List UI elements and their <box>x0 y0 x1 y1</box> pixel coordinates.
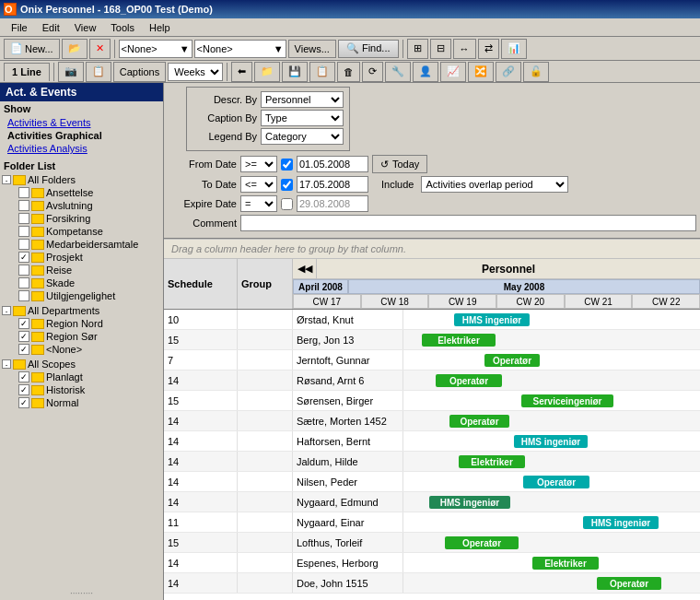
gantt-bar[interactable]: Operatør <box>449 415 509 428</box>
menu-tools[interactable]: Tools <box>103 20 142 35</box>
gantt-bar[interactable]: Elektriker <box>459 455 525 468</box>
table-row[interactable]: 14Nygaard, EdmundHMS ingeniør <box>164 492 700 512</box>
today-button[interactable]: ↺ Today <box>372 155 427 173</box>
expand-departments[interactable]: - <box>2 306 11 315</box>
nav-left[interactable]: ◀◀ <box>293 259 317 278</box>
tree-all-folders[interactable]: - All Folders <box>0 173 163 186</box>
tree-folder-forsikring[interactable]: Forsikring <box>0 212 163 225</box>
tb2-icon-6[interactable]: 📋 <box>309 62 335 82</box>
tree-folder-skade[interactable]: Skade <box>0 276 163 289</box>
tree-folder-kompetanse[interactable]: Kompetanse <box>0 225 163 238</box>
link-activities-analysis[interactable]: Activities Analysis <box>0 142 163 155</box>
tree-folder-utilgjengelighet[interactable]: Utilgjengelighet <box>0 289 163 302</box>
tree-dept-regionnord[interactable]: Region Nord <box>0 317 163 330</box>
checkbox-dept-<None>[interactable] <box>18 344 29 355</box>
from-date-op[interactable]: >= <box>240 156 277 172</box>
gantt-bar[interactable]: Operatør <box>597 577 661 590</box>
tb2-icon-9[interactable]: 🔧 <box>385 62 411 82</box>
gantt-bar[interactable]: Operatør <box>436 374 502 387</box>
tree-folder-avslutning[interactable]: Avslutning <box>0 199 163 212</box>
checkbox-Ansettelse[interactable] <box>18 187 29 198</box>
comment-input[interactable] <box>240 215 696 231</box>
table-row[interactable]: 15Berg, Jon 13Elektriker <box>164 330 700 350</box>
table-row[interactable]: 10Ørstad, KnutHMS ingeniør <box>164 310 700 330</box>
to-date-op[interactable]: <= <box>240 176 277 193</box>
checkbox-Forsikring[interactable] <box>18 213 29 224</box>
tree-scope-historisk[interactable]: Historisk <box>0 383 163 396</box>
gantt-bar[interactable]: HMS ingeniør <box>454 313 530 326</box>
tab-1line[interactable]: 1 Line <box>4 63 50 81</box>
tree-dept-regionsør[interactable]: Region Sør <box>0 330 163 343</box>
none-combo-2[interactable]: <None> ▼ <box>194 40 286 58</box>
expire-date-checkbox[interactable] <box>281 198 293 210</box>
tb2-icon-4[interactable]: 📁 <box>254 62 280 82</box>
from-date-input[interactable]: 01.05.2008 <box>297 156 368 172</box>
gantt-bar[interactable]: Operatør <box>484 354 540 367</box>
none-combo-1[interactable]: <None> ▼ <box>119 40 192 58</box>
icon-btn-3[interactable]: ↔ <box>453 39 476 59</box>
table-row[interactable]: 15Sørensen, BirgerServiceingeniør <box>164 391 700 411</box>
tree-scope-normal[interactable]: Normal <box>0 396 163 409</box>
gantt-bar[interactable]: Operatør <box>445 536 519 549</box>
icon-btn-5[interactable]: 📊 <box>501 39 527 59</box>
tree-folder-medarbeidersamtale[interactable]: Medarbeidersamtale <box>0 238 163 251</box>
tb2-icon-2[interactable]: 📋 <box>86 62 111 82</box>
legend-by-select[interactable]: Category <box>261 128 344 145</box>
tb2-icon-7[interactable]: 🗑 <box>337 62 360 82</box>
gantt-bar[interactable]: Elektriker <box>422 334 496 347</box>
col-group[interactable]: Group <box>238 259 293 309</box>
expire-date-input[interactable]: 29.08.2008 <box>297 195 368 212</box>
to-date-input[interactable]: 17.05.2008 <box>297 176 368 193</box>
table-row[interactable]: 7Jerntoft, GunnarOperatør <box>164 350 700 371</box>
tree-scope-planlagt[interactable]: Planlagt <box>0 371 163 383</box>
weeks-select[interactable]: Weeks <box>168 63 223 81</box>
table-row[interactable]: 14Sætre, Morten 1452Operatør <box>164 411 700 431</box>
tree-folder-ansettelse[interactable]: Ansettelse <box>0 186 163 199</box>
checkbox-Skade[interactable] <box>18 277 29 288</box>
checkbox-scope-Historisk[interactable] <box>18 384 29 395</box>
tree-dept-none[interactable]: <None> <box>0 343 163 356</box>
gantt-bar[interactable]: HMS ingeniør <box>514 435 588 448</box>
link-activities-events[interactable]: Activities & Events <box>0 116 163 129</box>
link-activities-graphical[interactable]: Activities Graphical <box>0 129 163 142</box>
tree-folder-reise[interactable]: Reise <box>0 264 163 276</box>
tb2-icon-5[interactable]: 💾 <box>282 62 308 82</box>
from-date-checkbox[interactable] <box>281 159 293 171</box>
open-button[interactable]: 📂 <box>62 39 88 59</box>
to-date-checkbox[interactable] <box>281 179 293 191</box>
tb2-icon-3[interactable]: ⬅ <box>231 62 252 82</box>
new-button[interactable]: 📄 New... <box>4 39 60 59</box>
tb2-icon-13[interactable]: 🔗 <box>496 62 521 82</box>
checkbox-Reise[interactable] <box>18 265 29 276</box>
tb2-icon-11[interactable]: 📈 <box>440 62 466 82</box>
tb2-icon-1[interactable]: 📷 <box>58 62 84 82</box>
expire-date-op[interactable]: = <box>240 195 277 212</box>
include-select[interactable]: Activities overlap period All activities… <box>421 176 568 193</box>
expand-all-folders[interactable]: - <box>2 175 11 184</box>
gantt-bar[interactable]: HMS ingeniør <box>429 496 510 509</box>
gantt-bar[interactable]: Serviceingeniør <box>521 394 613 407</box>
menu-view[interactable]: View <box>67 20 104 35</box>
checkbox-scope-Normal[interactable] <box>18 397 29 408</box>
expand-scopes[interactable]: - <box>2 359 11 369</box>
checkbox-Utilgjengelighet[interactable] <box>18 290 29 301</box>
gantt-bar[interactable]: Elektriker <box>532 557 599 570</box>
find-button[interactable]: 🔍 Find... <box>338 40 399 58</box>
checkbox-Kompetanse[interactable] <box>18 226 29 237</box>
table-row[interactable]: 14Nilsen, PederOperatør <box>164 472 700 492</box>
tree-all-scopes[interactable]: - All Scopes <box>0 358 163 371</box>
gantt-bar[interactable]: Operatør <box>523 476 589 488</box>
descr-by-select[interactable]: Personnel <box>261 91 344 108</box>
table-row[interactable]: 14Doe, John 1515Operatør <box>164 573 700 594</box>
table-row[interactable]: 15Lofthus, TorleifOperatør <box>164 533 700 553</box>
menu-file[interactable]: File <box>4 20 35 35</box>
caption-by-select[interactable]: Type <box>261 110 344 126</box>
checkbox-scope-Planlagt[interactable] <box>18 371 29 382</box>
gantt-bar[interactable]: HMS ingeniør <box>583 516 659 529</box>
table-row[interactable]: 14Espenes, HerborgElektriker <box>164 553 700 573</box>
views-button[interactable]: Views... <box>288 40 336 58</box>
tree-all-departments[interactable]: - All Departments <box>0 304 163 317</box>
checkbox-Medarbeidersamtale[interactable] <box>18 239 29 250</box>
table-row[interactable]: 14Jaldum, HildeElektriker <box>164 452 700 472</box>
tree-folder-prosjekt[interactable]: Prosjekt <box>0 251 163 264</box>
